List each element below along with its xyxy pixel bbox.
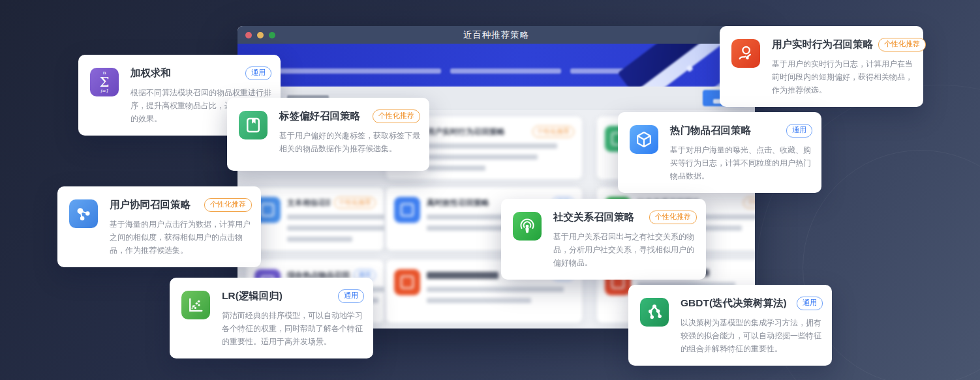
card-user-collaborative[interactable]: 用户协同召回策略 个性化推荐 基于海量的用户点击行为数据，计算用户之间的相似度，… xyxy=(57,186,261,267)
window-titlebar[interactable]: 近百种推荐策略 xyxy=(237,26,755,44)
card-title: LR(逻辑回归) xyxy=(222,289,283,303)
card-title: GBDT(迭代决策树算法) xyxy=(681,297,787,310)
cube-icon xyxy=(630,125,658,154)
podcast-icon xyxy=(513,212,542,241)
card-title: 加权求和 xyxy=(130,66,171,80)
card-title: 社交关系召回策略 xyxy=(553,211,634,224)
card-user-realtime-behavior[interactable]: 用户实时行为召回策略 个性化推荐 基于用户的实时行为日志，计算用户在当前时间段内… xyxy=(720,26,923,107)
card-description: 简洁而经典的排序模型，可以自动地学习各个特征的权重，同时帮助了解各个特征的重要性… xyxy=(222,309,364,348)
card-description: 基于对用户海量的曝光、点击、收藏、购买等行为日志，计算不同粒度的用户热门物品数据… xyxy=(670,143,812,183)
card-gbdt[interactable]: GBDT(迭代决策树算法) 通用 以决策树为基模型的集成学习方法，拥有较强的拟合… xyxy=(628,285,832,366)
sigma-sum-icon: nΣi=1 xyxy=(90,68,119,96)
card-description: 基于海量的用户点击行为数据，计算用户之间的相似度，获得相似用户的点击物品，作为推… xyxy=(110,218,252,257)
card-description: 基于用户的实时行为日志，计算用户在当前时间段内的短期偏好，获得相关物品，作为推荐… xyxy=(772,57,914,96)
badge-general: 通用 xyxy=(786,124,812,138)
card-title: 用户协同召回策略 xyxy=(110,198,191,212)
background-card-title xyxy=(427,272,498,279)
card-description: 以决策树为基模型的集成学习方法，拥有较强的拟合能力，可以自动挖掘一些特征的组合并… xyxy=(681,316,823,355)
background-card-title: 用户实时行为召回策略 xyxy=(427,126,505,138)
card-description: 基于用户偏好的兴趣标签，获取标签下最相关的物品数据作为推荐候选集。 xyxy=(279,129,420,155)
badge-general: 通用 xyxy=(245,66,271,80)
promo-banner xyxy=(237,44,755,87)
card-social-relation[interactable]: 社交关系召回策略 个性化推荐 基于用户关系召回出与之有社交关系的物品，分析用户社… xyxy=(501,199,706,280)
blurred-text-line xyxy=(427,287,564,292)
scatter-chart-icon xyxy=(181,291,210,319)
blurred-text-line xyxy=(287,237,352,242)
blurred-text-line xyxy=(427,298,531,303)
user-activity-icon xyxy=(731,39,760,68)
background-card-title: 高时效性召回策略 xyxy=(427,197,489,209)
badge-general: 通用 xyxy=(338,289,364,303)
background-card-title: 文本相似召回策略 xyxy=(287,197,330,209)
strategy-icon xyxy=(394,197,420,223)
banner-blurred-text xyxy=(450,68,561,74)
badge-personalized: 个性化推荐 xyxy=(373,110,420,123)
window-title: 近百种推荐策略 xyxy=(237,29,755,41)
card-lr-logistic-regression[interactable]: LR(逻辑回归) 通用 简洁而经典的排序模型，可以自动地学习各个特征的权重，同时… xyxy=(170,278,373,358)
banner-blurred-text xyxy=(278,68,441,74)
card-tag-preference[interactable]: 标签偏好召回策略 个性化推荐 基于用户偏好的兴趣标签，获取标签下最相关的物品数据… xyxy=(227,98,429,171)
card-title: 热门物品召回策略 xyxy=(670,124,751,138)
background-card-badge: 个性化推荐 xyxy=(334,197,376,209)
bookmark-book-icon xyxy=(239,111,268,139)
card-description: 基于用户关系召回出与之有社交关系的物品，分析用户社交关系，寻找相似用户的偏好物品… xyxy=(553,230,697,269)
card-hot-items[interactable]: 热门物品召回策略 通用 基于对用户海量的曝光、点击、收藏、购买等行为日志，计算不… xyxy=(618,112,821,193)
blurred-text-line xyxy=(287,214,385,220)
card-title: 标签偏好召回策略 xyxy=(279,110,360,123)
blurred-text-line xyxy=(287,226,385,231)
blurred-text-line xyxy=(427,143,557,149)
badge-personalized: 个性化推荐 xyxy=(649,211,697,224)
tree-branch-icon xyxy=(640,298,669,327)
badge-personalized: 个性化推荐 xyxy=(204,198,252,212)
background-card-badge: 个性化推荐 xyxy=(743,197,755,209)
badge-personalized: 个性化推荐 xyxy=(878,38,926,51)
share-network-icon xyxy=(69,199,98,228)
blurred-text-line xyxy=(427,154,538,160)
blurred-text-line xyxy=(427,166,485,171)
strategy-icon xyxy=(394,269,420,295)
background-strategy-card: 文本相似召回策略个性化推荐 xyxy=(247,188,384,250)
card-title: 用户实时行为召回策略 xyxy=(772,38,873,51)
background-card-badge: 个性化推荐 xyxy=(532,126,574,138)
badge-general: 通用 xyxy=(797,297,823,310)
